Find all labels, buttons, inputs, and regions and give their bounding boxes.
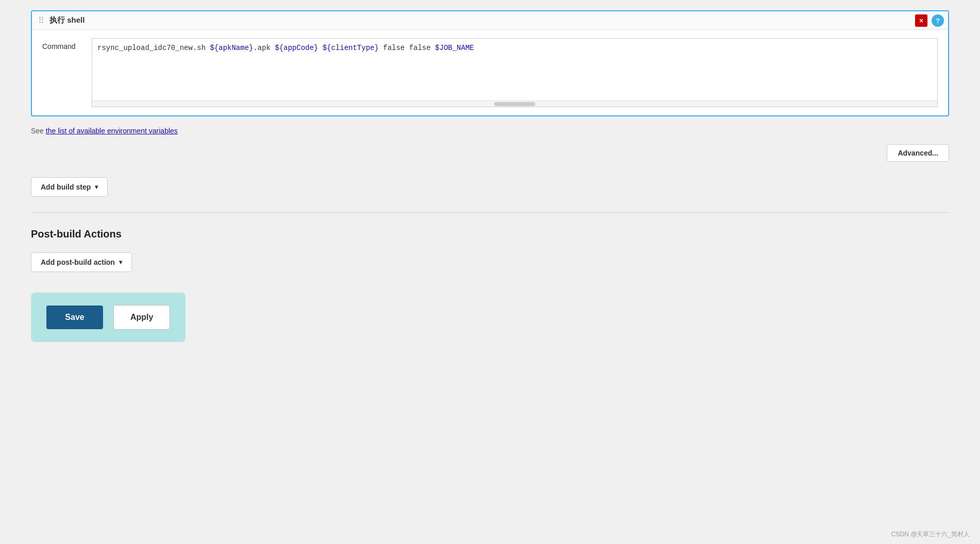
add-build-step-label: Add build step [41,183,91,191]
shell-help-button[interactable]: ? [932,14,944,27]
add-build-step-arrow: ▾ [95,183,98,191]
cmd-plain-1: rsync_upload_idc70_new.sh [97,44,210,52]
section-divider [31,212,949,213]
page-container: ⠿ 执行 shell × ? Command rsync_upload_idc7… [0,0,980,544]
post-build-section-title: Post-build Actions [31,228,949,240]
save-apply-bar: Save Apply [31,293,185,342]
cmd-var-3: ${clientType} [323,44,379,52]
command-display[interactable]: rsync_upload_idc70_new.sh ${apkName}.apk… [92,39,937,59]
apply-button[interactable]: Apply [113,305,170,330]
env-vars-row: See the list of available environment va… [31,127,949,135]
add-build-step-button[interactable]: Add build step ▾ [31,177,108,197]
add-post-build-arrow: ▾ [119,259,122,266]
shell-body: Command rsync_upload_idc70_new.sh ${apkN… [32,30,948,115]
shell-block: ⠿ 执行 shell × ? Command rsync_upload_idc7… [31,10,949,116]
env-vars-link[interactable]: the list of available environment variab… [46,127,178,135]
save-button[interactable]: Save [46,305,103,329]
cmd-mid-2 [318,44,322,52]
add-post-build-label: Add post-build action [41,258,115,266]
drag-icon: ⠿ [38,15,44,25]
cmd-var-2: ${appCode} [275,44,318,52]
cmd-var-1: ${apkName} [210,44,253,52]
shell-header: ⠿ 执行 shell × ? [32,11,948,30]
shell-close-button[interactable]: × [915,14,927,27]
add-post-build-button[interactable]: Add post-build action ▾ [31,252,132,272]
watermark: CSDN @天草三十六_简村人 [891,530,970,539]
command-row: Command rsync_upload_idc70_new.sh ${apkN… [42,38,938,107]
command-label: Command [42,38,83,50]
command-input-wrapper: rsync_upload_idc70_new.sh ${apkName}.apk… [92,38,938,107]
advanced-row: Advanced... [31,144,949,162]
cmd-var-4: $JOB_NAME [435,44,474,52]
cmd-mid-1: .apk [253,44,275,52]
cmd-tail: false false [379,44,435,52]
scrollbar-thumb[interactable] [494,102,535,106]
advanced-button[interactable]: Advanced... [887,144,949,162]
shell-title: 执行 shell [49,15,85,25]
scrollbar-area[interactable] [92,100,937,107]
env-vars-prefix: See [31,127,46,135]
